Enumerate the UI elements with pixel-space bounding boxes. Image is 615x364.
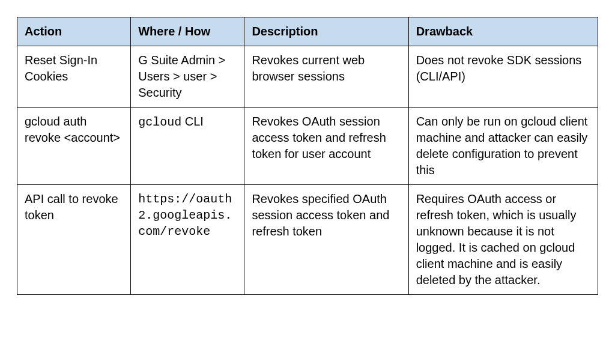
where-segment: CLI <box>181 115 204 128</box>
table-row: API call to revoke tokenhttps://oauth2.g… <box>17 185 598 295</box>
cell-description: Revokes current web browser sessions <box>244 46 408 108</box>
th-where: Where / How <box>131 17 244 46</box>
cell-where: gcloud CLI <box>131 108 244 185</box>
cell-drawback: Requires OAuth access or refresh token, … <box>408 185 598 295</box>
table-row: Reset Sign-In CookiesG Suite Admin > Use… <box>17 46 598 108</box>
cell-where: https://oauth2.googleapis.com/revoke <box>131 185 244 295</box>
table-header-row: Action Where / How Description Drawback <box>17 17 598 46</box>
cell-action: gcloud auth revoke <account> <box>17 108 131 185</box>
th-draw: Drawback <box>408 17 598 46</box>
th-action: Action <box>17 17 131 46</box>
cell-where: G Suite Admin > Users > user > Security <box>131 46 244 108</box>
table-row: gcloud auth revoke <account>gcloud CLIRe… <box>17 108 598 185</box>
where-segment: gcloud <box>138 115 181 129</box>
cell-action: Reset Sign-In Cookies <box>17 46 131 108</box>
table-body: Reset Sign-In CookiesG Suite Admin > Use… <box>17 46 598 295</box>
cell-drawback: Can only be run on gcloud client machine… <box>408 108 598 185</box>
th-desc: Description <box>244 17 408 46</box>
cell-action: API call to revoke token <box>17 185 131 295</box>
cell-description: Revokes specified OAuth session access t… <box>244 185 408 295</box>
cell-description: Revokes OAuth session access token and r… <box>244 108 408 185</box>
revoke-methods-table: Action Where / How Description Drawback … <box>17 17 598 295</box>
cell-drawback: Does not revoke SDK sessions (CLI/API) <box>408 46 598 108</box>
